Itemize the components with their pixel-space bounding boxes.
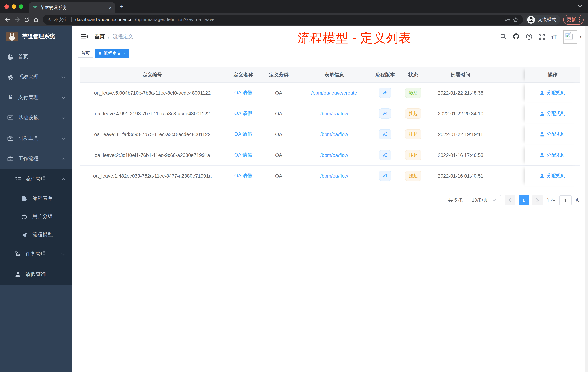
- search-icon[interactable]: [500, 33, 506, 40]
- help-icon[interactable]: [526, 33, 532, 40]
- page-1-button[interactable]: 1: [519, 195, 529, 205]
- table-row: oa_leave:2:3c1f0ef1-76b1-11ec-9c66-a2380…: [80, 145, 580, 166]
- font-size-icon[interactable]: TT: [551, 33, 557, 40]
- new-tab-button[interactable]: +: [120, 3, 124, 10]
- sidebar-item-devtools[interactable]: 研发工具: [0, 128, 72, 149]
- sidebar-item-infra[interactable]: 基础设施: [0, 108, 72, 128]
- key-icon[interactable]: [505, 18, 511, 22]
- chevron-down-icon: ▼: [579, 35, 582, 38]
- column-header: 定义编号: [80, 67, 225, 82]
- table-row: oa_leave:3:1fad3d93-7b75-11ec-a3c8-acde4…: [80, 124, 580, 145]
- user-menu[interactable]: ▼: [563, 30, 582, 44]
- sidebar-item-process-form[interactable]: 流程表单: [0, 189, 72, 208]
- minimize-window-button[interactable]: [12, 4, 16, 9]
- form-info-link[interactable]: /bpm/oa/flow: [320, 111, 348, 116]
- definition-name-cell: OA 请假: [225, 166, 262, 186]
- sidebar-item-label: 支付管理: [18, 94, 39, 101]
- sidebar-item-workflow[interactable]: 工作流程: [0, 149, 72, 169]
- sidebar-item-label: 基础设施: [18, 115, 39, 121]
- column-header: 表单信息: [296, 67, 372, 82]
- status-cell: 挂起: [398, 103, 429, 124]
- url-divider: [71, 17, 72, 22]
- version-badge: v5: [379, 88, 391, 98]
- goto-page-input[interactable]: [559, 195, 572, 205]
- version-badge: v4: [379, 109, 391, 119]
- tag-home[interactable]: 首页: [78, 49, 93, 57]
- browser-tab[interactable]: 芋道管理系统 ×: [29, 2, 115, 13]
- definition-name-link[interactable]: OA 请假: [234, 173, 252, 179]
- column-filler: [492, 67, 525, 82]
- chevron-down-icon: [62, 96, 65, 99]
- user-icon: [540, 132, 545, 137]
- process-version-cell: v5: [372, 83, 398, 103]
- sidebar-item-user-group[interactable]: 用户分组: [0, 208, 72, 226]
- assign-rule-link[interactable]: 分配规则: [540, 89, 566, 96]
- tab-close-icon[interactable]: ×: [109, 5, 112, 10]
- sidebar-item-home[interactable]: 首页: [0, 47, 72, 67]
- breadcrumb-home[interactable]: 首页: [94, 33, 105, 40]
- form-info-link[interactable]: /bpm/oa/flow: [320, 173, 348, 178]
- table-row: oa_leave:5:004b710b-7b8a-11ec-8ef0-acde4…: [80, 83, 580, 103]
- browser-update-button[interactable]: 更新: [563, 15, 584, 25]
- page-size-select[interactable]: 10条/页: [467, 195, 501, 205]
- tag-close-icon[interactable]: ×: [124, 51, 126, 55]
- column-header: 定义名称: [225, 67, 262, 82]
- sidebar-item-process-model[interactable]: 流程模型: [0, 226, 72, 244]
- toolbox-icon: [7, 135, 13, 141]
- next-page-button[interactable]: [532, 195, 543, 205]
- assign-rule-label: 分配规则: [546, 173, 566, 179]
- definition-id-cell: oa_leave:1:482ec033-762a-11ec-8477-a2380…: [80, 166, 225, 186]
- tags-view-bar: 首页 流程定义 ×: [72, 47, 588, 59]
- form-info-link[interactable]: /bpm/oa/leave/create: [311, 90, 357, 96]
- assign-rule-link[interactable]: 分配规则: [540, 110, 566, 117]
- sidebar-brand: 芋道管理系统: [0, 26, 72, 47]
- form-info-cell: /bpm/oa/flow: [296, 124, 372, 144]
- tag-process-definition[interactable]: 流程定义 ×: [95, 49, 129, 57]
- sidebar-item-label: 流程表单: [32, 195, 53, 202]
- forward-button[interactable]: [12, 15, 22, 24]
- avatar[interactable]: [563, 30, 578, 44]
- reload-button[interactable]: [22, 15, 31, 24]
- assign-rule-link[interactable]: 分配规则: [540, 173, 566, 179]
- sidebar-collapse-icon[interactable]: [81, 33, 88, 40]
- sidebar-item-process-mgmt[interactable]: 流程管理: [0, 169, 72, 189]
- list-tree-icon: [15, 176, 21, 182]
- sidebar-item-system[interactable]: 系统管理: [0, 67, 72, 87]
- browser-menu-kebab-icon[interactable]: [578, 17, 580, 22]
- definition-name-link[interactable]: OA 请假: [234, 89, 252, 96]
- definition-category-cell: OA: [262, 145, 296, 165]
- user-icon: [540, 90, 545, 95]
- tab-search-chevron-icon[interactable]: [578, 5, 582, 8]
- status-cell: 激活: [398, 83, 429, 103]
- form-info-cell: /bpm/oa/flow: [296, 103, 372, 124]
- definition-name-link[interactable]: OA 请假: [234, 152, 252, 158]
- prev-page-button[interactable]: [505, 195, 515, 205]
- back-button[interactable]: [3, 15, 12, 24]
- definition-name-link[interactable]: OA 请假: [234, 131, 252, 138]
- column-header: 定义分类: [262, 67, 296, 82]
- bookmark-star-icon[interactable]: [513, 17, 519, 22]
- github-icon[interactable]: [513, 33, 520, 40]
- table-row: oa_leave:4:991f2193-7b7f-11ec-a3c8-acde4…: [80, 103, 580, 124]
- form-info-link[interactable]: /bpm/oa/flow: [320, 131, 348, 137]
- assign-rule-link[interactable]: 分配规则: [540, 131, 566, 138]
- home-button[interactable]: [31, 15, 41, 24]
- sidebar-item-task-mgmt[interactable]: 任务管理: [0, 244, 72, 264]
- form-info-link[interactable]: /bpm/oa/flow: [320, 152, 348, 158]
- version-badge: v1: [379, 171, 391, 181]
- status-badge: 挂起: [405, 150, 421, 160]
- definition-id-cell: oa_leave:4:991f2193-7b7f-11ec-a3c8-acde4…: [80, 103, 225, 124]
- sidebar-item-label: 请假查询: [25, 271, 46, 278]
- filler-cell: [492, 83, 525, 103]
- sidebar-item-leave-query[interactable]: 请假查询: [0, 264, 72, 285]
- assign-rule-link[interactable]: 分配规则: [540, 152, 566, 158]
- address-bar[interactable]: ⚠ 不安全 dashboard.yudao.iocoder.cn/bpm/man…: [43, 15, 523, 25]
- fullscreen-icon[interactable]: [538, 33, 545, 40]
- sidebar-item-payment[interactable]: ¥ 支付管理: [0, 87, 72, 108]
- annotation-title: 流程模型 - 定义列表: [297, 30, 411, 47]
- page-scrollbar[interactable]: [585, 26, 588, 372]
- definition-name-link[interactable]: OA 请假: [234, 110, 252, 117]
- zoom-window-button[interactable]: [19, 4, 23, 9]
- close-window-button[interactable]: [4, 4, 9, 9]
- process-version-cell: v2: [372, 145, 398, 165]
